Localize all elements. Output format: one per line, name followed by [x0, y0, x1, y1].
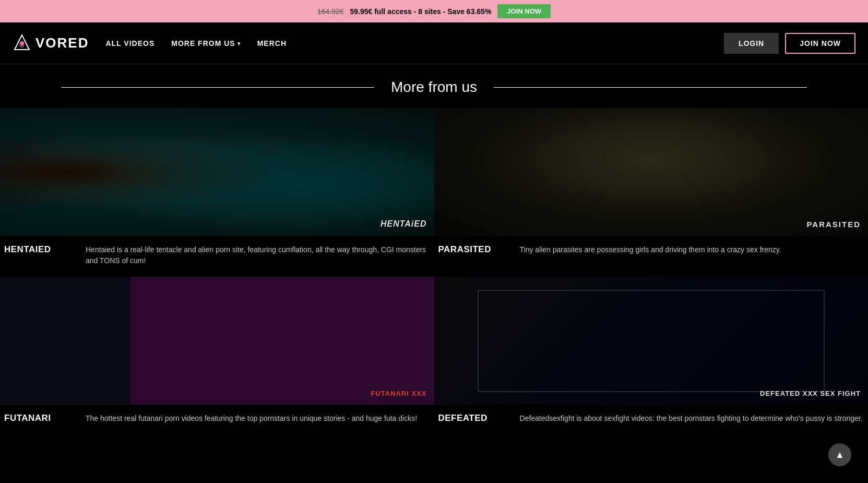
hentaied-scene [0, 108, 434, 236]
parasited-name: PARASITED [438, 244, 512, 255]
futanari-name: FUTANARI [4, 413, 77, 423]
logo-text: VORED [35, 35, 89, 51]
logo-icon [13, 34, 31, 53]
futanari-scene [0, 277, 434, 405]
futanari-watermark: FUTANARI XXX [371, 390, 426, 397]
site-image-hentaied: HENTAiED [0, 108, 434, 236]
logo[interactable]: VORED [13, 34, 89, 53]
site-image-futanari: FUTANARI XXX [0, 277, 434, 405]
hentaied-name: HENTAIED [4, 244, 77, 255]
futanari-info: FUTANARI The hottest real futanari porn … [0, 405, 434, 434]
chevron-up-icon: ▲ [835, 450, 845, 461]
nav-more-from-us-label: MORE FROM US [171, 39, 235, 48]
defeated-watermark: DEFEATED XXX SEX FIGHT [760, 390, 861, 397]
sites-grid: HENTAiED HENTAIED Hentaied is a real-lif… [0, 108, 868, 434]
site-image-defeated: DEFEATED XXX SEX FIGHT [434, 277, 869, 405]
hentaied-info: HENTAIED Hentaied is a real-life tentacl… [0, 236, 434, 277]
defeated-info: DEFEATED Defeatedsexfight is about sexfi… [434, 405, 869, 434]
join-now-banner-button[interactable]: JOIN NOW [497, 4, 551, 18]
parasited-scene [434, 108, 869, 236]
nav-links: ALL VIDEOS MORE FROM US ▾ MERCH [105, 39, 723, 48]
login-button[interactable]: LOGIN [724, 33, 779, 54]
defeated-desc: Defeatedsexfight is about sexfight video… [520, 413, 863, 424]
parasited-info: PARASITED Tiny alien parasites are posse… [434, 236, 869, 266]
site-image-parasited: PARASITED [434, 108, 869, 236]
parasited-desc: Tiny alien parasites are possessing girl… [520, 244, 781, 255]
futanari-desc: The hottest real futanari porn videos fe… [86, 413, 417, 424]
parasited-watermark: PARASITED [806, 220, 861, 229]
nav-all-videos[interactable]: ALL VIDEOS [105, 39, 154, 48]
scroll-to-top-button[interactable]: ▲ [828, 443, 851, 466]
nav-more-from-us[interactable]: MORE FROM US ▾ [171, 39, 240, 48]
site-card-parasited[interactable]: PARASITED PARASITED Tiny alien parasites… [434, 108, 869, 277]
nav-actions: LOGIN JOIN NOW [724, 33, 855, 54]
section-title: More from us [374, 79, 494, 96]
original-price: 164.92€ [317, 7, 344, 16]
navigation: VORED ALL VIDEOS MORE FROM US ▾ MERCH LO… [0, 22, 868, 64]
title-line-right [494, 87, 807, 88]
top-banner: 164.92€ 59.95€ full access - 8 sites - S… [0, 0, 868, 22]
page-content: More from us HENTAiED HENTAIED Hentaied … [0, 64, 868, 455]
nav-merch[interactable]: MERCH [257, 39, 287, 48]
hentaied-watermark: HENTAiED [381, 219, 427, 229]
defeated-scene [434, 277, 869, 405]
site-card-defeated[interactable]: DEFEATED XXX SEX FIGHT DEFEATED Defeated… [434, 277, 869, 434]
site-card-hentaied[interactable]: HENTAiED HENTAIED Hentaied is a real-lif… [0, 108, 434, 277]
chevron-down-icon: ▾ [237, 41, 241, 46]
svg-point-1 [20, 41, 24, 45]
offer-text: 59.95€ full access - 8 sites - Save 63.6… [350, 7, 492, 16]
title-line-left [61, 87, 374, 88]
hentaied-desc: Hentaied is a real-life tentacle and ali… [86, 244, 430, 266]
section-title-row: More from us [0, 64, 868, 108]
join-now-nav-button[interactable]: JOIN NOW [785, 33, 855, 54]
defeated-name: DEFEATED [438, 413, 512, 423]
site-card-futanari[interactable]: FUTANARI XXX FUTANARI The hottest real f… [0, 277, 434, 434]
